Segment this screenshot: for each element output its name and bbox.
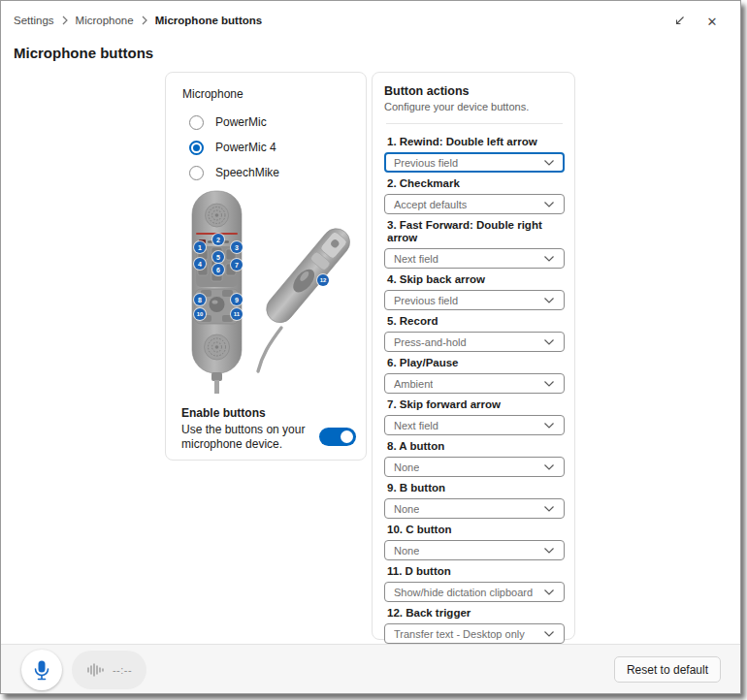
action-field-fast-forward: 3. Fast Forward: Double right arrow Next… [384, 219, 565, 269]
divider [386, 123, 563, 124]
action-field-play-pause: 6. Play/Pause Ambient [384, 357, 565, 394]
action-label: 7. Skip forward arrow [387, 398, 565, 411]
device-badge: 12 [317, 274, 329, 286]
action-field-d-button: 11. D button Show/hide dictation clipboa… [384, 565, 565, 602]
radio-circle [189, 115, 204, 130]
action-field-a-button: 8. A button None [384, 440, 565, 477]
microphone-group-label: Microphone [182, 87, 366, 101]
dropdown-value: Show/hide dictation clipboard [394, 587, 533, 598]
chevron-down-icon [543, 630, 555, 638]
action-field-skip-forward: 7. Skip forward arrow Next field [384, 398, 565, 435]
dropdown-value: Transfer text - Desktop only [394, 628, 525, 640]
action-field-skip-back: 4. Skip back arrow Previous field [384, 273, 565, 310]
breadcrumb-microphone-buttons: Microphone buttons [155, 15, 263, 26]
device-badge: 1 [194, 241, 206, 253]
radio-label: PowerMic 4 [215, 141, 276, 154]
action-label: 6. Play/Pause [387, 357, 565, 369]
page-title: Microphone buttons [14, 45, 153, 61]
recording-timer: --:-- [113, 664, 132, 676]
microphone-button[interactable] [21, 650, 62, 690]
window-controls: ✕ [670, 13, 721, 30]
chevron-down-icon [543, 297, 555, 304]
chevron-down-icon [543, 255, 555, 263]
dropdown-value: Accept defaults [394, 199, 467, 210]
waveform-icon [86, 662, 106, 678]
button-actions-panel: Button actions Configure your device but… [372, 72, 575, 640]
collapse-icon[interactable] [670, 13, 688, 30]
enable-buttons-description: Use the buttons on your microphone devic… [181, 423, 309, 452]
radio-powermic[interactable]: PowerMic [189, 110, 366, 135]
chevron-down-icon [543, 159, 555, 167]
device-badge: 5 [212, 251, 224, 263]
action-label: 11. D button [387, 565, 565, 578]
action-dropdown[interactable]: Transfer text - Desktop only [384, 623, 565, 644]
chevron-down-icon [543, 422, 555, 430]
action-dropdown[interactable]: Next field [384, 248, 565, 269]
action-label: 2. Checkmark [387, 177, 565, 190]
audio-level-pill: --:-- [72, 651, 146, 689]
device-badge: 3 [231, 241, 243, 253]
dropdown-value: Ambient [394, 378, 433, 390]
action-dropdown[interactable]: Press-and-hold [384, 332, 565, 352]
device-badge: 7 [231, 259, 243, 270]
chevron-down-icon [543, 505, 555, 513]
action-dropdown[interactable]: Previous field [384, 152, 565, 173]
action-label: 1. Rewind: Double left arrow [387, 136, 565, 148]
radio-circle [189, 141, 204, 155]
device-badge: 6 [212, 264, 224, 275]
chevron-down-icon [543, 380, 555, 388]
action-field-c-button: 10. C button None [384, 524, 565, 560]
breadcrumb-microphone[interactable]: Microphone [76, 15, 134, 26]
action-field-b-button: 9. B button None [384, 482, 565, 519]
action-dropdown[interactable]: None [384, 498, 565, 519]
radio-label: PowerMic [215, 115, 267, 129]
action-label: 4. Skip back arrow [387, 273, 565, 286]
action-label: 12. Back trigger [387, 607, 565, 620]
chevron-down-icon [543, 589, 555, 596]
radio-speechmike[interactable]: SpeechMike [189, 160, 366, 185]
titlebar: Settings Microphone Microphone buttons ✕ [1, 1, 740, 40]
action-dropdown[interactable]: None [384, 540, 565, 560]
device-badge: 2 [212, 234, 224, 245]
action-label: 5. Record [387, 315, 565, 328]
enable-buttons-block: Enable buttons Use the buttons on your m… [181, 406, 358, 452]
action-field-rewind: 1. Rewind: Double left arrow Previous fi… [384, 136, 565, 173]
action-dropdown[interactable]: Previous field [384, 290, 565, 310]
dropdown-value: None [394, 545, 419, 557]
microphone-panel: Microphone PowerMic PowerMic 4 SpeechMik… [165, 72, 367, 461]
toggle-knob [341, 430, 353, 443]
action-label: 9. B button [387, 482, 565, 494]
chevron-down-icon [543, 463, 555, 471]
radio-powermic-4[interactable]: PowerMic 4 [189, 135, 366, 160]
action-dropdown[interactable]: Ambient [384, 373, 565, 394]
device-badge: 4 [194, 258, 206, 270]
action-label: 10. C button [387, 524, 565, 536]
action-dropdown[interactable]: Accept defaults [384, 194, 565, 214]
chevron-down-icon [543, 338, 555, 346]
dropdown-value: Previous field [394, 157, 458, 169]
dropdown-value: None [394, 503, 419, 515]
action-dropdown[interactable]: Next field [384, 415, 565, 435]
dropdown-value: None [394, 461, 419, 473]
breadcrumb-settings[interactable]: Settings [14, 15, 54, 26]
dropdown-value: Press-and-hold [394, 336, 467, 348]
action-label: 3. Fast Forward: Double right arrow [387, 219, 565, 244]
enable-buttons-title: Enable buttons [181, 406, 358, 420]
chevron-down-icon [543, 201, 555, 208]
device-badge: 11 [231, 308, 243, 320]
settings-window: Settings Microphone Microphone buttons ✕… [0, 0, 741, 694]
enable-buttons-toggle[interactable] [319, 428, 356, 446]
dropdown-value: Next field [394, 420, 438, 431]
close-icon[interactable]: ✕ [703, 13, 721, 30]
action-dropdown[interactable]: Show/hide dictation clipboard [384, 582, 565, 602]
device-badge: 8 [194, 294, 206, 305]
reset-to-default-button[interactable]: Reset to default [614, 656, 721, 683]
action-field-back-trigger: 12. Back trigger Transfer text - Desktop… [384, 607, 565, 644]
breadcrumb: Settings Microphone Microphone buttons [14, 15, 262, 26]
panel-title: Button actions [384, 84, 565, 98]
action-dropdown[interactable]: None [384, 457, 565, 477]
chevron-right-icon [141, 16, 148, 25]
dropdown-value: Previous field [394, 295, 458, 306]
chevron-down-icon [543, 547, 555, 555]
mic-icon [32, 659, 51, 681]
